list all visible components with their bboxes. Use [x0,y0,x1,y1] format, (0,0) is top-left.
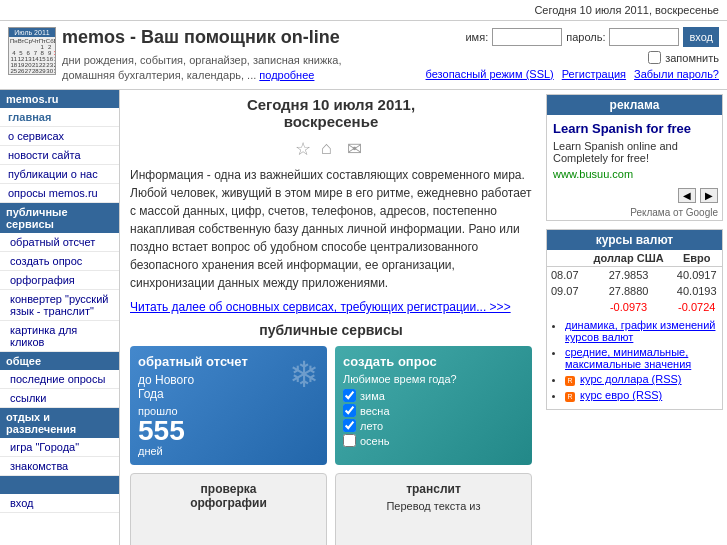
home-icon[interactable]: ⌂ [321,138,341,158]
currency-row-diff: -0.0973 -0.0724 [547,299,722,315]
currency-link-2[interactable]: средние, минимальные, максимальные значе… [565,346,718,370]
center-title: Сегодня 10 июля 2011,воскресенье [130,96,532,130]
countdown-card: обратный отсчет до НовогоГода прошло 555… [130,346,327,465]
site-title: memos - Ваш помощник on-line [62,27,426,49]
currency-table: доллар США Евро 08.07 27.9853 40.0917 09… [547,250,722,315]
poll-option-3[interactable]: лето [343,419,524,432]
poll-question: Любимое время года? [343,373,524,385]
currency-section: курсы валют доллар США Евро 08.07 27.985… [546,229,723,410]
rss-icon-usd: R [565,376,575,386]
sidebar-login-header [0,476,119,494]
poll-option-2[interactable]: весна [343,404,524,417]
calendar-icon: Июль 2011 ПнВтСрЧтПтСбВс 123 45678910 11… [8,27,56,75]
login-area: имя: пароль: вход запомнить безопасный р… [426,27,719,80]
sidebar-item-home[interactable]: главная [0,108,119,127]
remember-label: запомнить [665,52,719,64]
ads-header: реклама [547,95,722,115]
forgot-link[interactable]: Забыли пароль? [634,68,719,80]
remember-row: запомнить [648,51,719,64]
tagline: дни рождения, события, органайзер, запис… [62,53,426,84]
ad-next-button[interactable]: ▶ [700,188,718,203]
sidebar-item-publications[interactable]: публикации о нас [0,165,119,184]
sidebar-item-spelling[interactable]: орфография [0,271,119,290]
sidebar-leisure-header: отдых и развлечения [0,408,119,438]
sidebar-item-dating[interactable]: знакомства [0,457,119,476]
eur-1: 40.0917 [671,267,722,284]
rss-icon-eur: R [565,392,575,402]
poll-checkbox-1[interactable] [343,389,356,402]
sidebar-item-login[interactable]: вход [0,494,119,513]
poll-checkbox-2[interactable] [343,404,356,417]
eur-diff: -0.0724 [671,299,722,315]
sidebar-main-header: memos.ru [0,90,119,108]
ssl-link[interactable]: безопасный режим (SSL) [426,68,554,80]
col-usd: доллар США [586,250,672,267]
ad-url[interactable]: www.busuu.com [553,168,716,180]
spelling-card-title: проверкаорфографии [139,482,318,510]
poll-card: создать опрос Любимое время года? зима в… [335,346,532,465]
ad-title[interactable]: Learn Spanish for free [553,121,716,136]
col-date [547,250,586,267]
col-eur: Евро [671,250,722,267]
header: Июль 2011 ПнВтСрЧтПтСбВс 123 45678910 11… [0,21,727,90]
spelling-card[interactable]: проверкаорфографии [130,473,327,545]
right-sidebar: реклама Learn Spanish for free Learn Spa… [542,90,727,545]
login-button[interactable]: вход [683,27,719,47]
sidebar: memos.ru главная о сервисах новости сайт… [0,90,120,545]
cal-body: ПнВтСрЧтПтСбВс 123 45678910 111213141516… [9,37,55,75]
name-input[interactable] [492,28,562,46]
poll-checkbox-3[interactable] [343,419,356,432]
read-more-link[interactable]: Читать далее об основных сервисах, требу… [130,300,511,314]
poll-card-title[interactable]: создать опрос [343,354,524,369]
mail-icon[interactable]: ✉ [347,138,367,158]
more-link[interactable]: подробнее [259,69,314,81]
ads-section: реклама Learn Spanish for free Learn Spa… [546,94,723,221]
sidebar-item-about[interactable]: о сервисах [0,127,119,146]
links-row: безопасный режим (SSL) Регистрация Забыл… [426,68,719,80]
date-diff [547,299,586,315]
sidebar-item-news[interactable]: новости сайта [0,146,119,165]
currency-links: динамика, график изменений курсов валют … [547,315,722,409]
password-input[interactable] [609,28,679,46]
countdown-number: 555 [138,417,319,445]
ad-prev-button[interactable]: ◀ [678,188,696,203]
ad-nav: ◀ ▶ [547,186,722,205]
sidebar-item-polls[interactable]: опросы memos.ru [0,184,119,203]
currency-row-2: 09.07 27.8880 40.0193 [547,283,722,299]
sidebar-item-clickpic[interactable]: картинка для кликов [0,321,119,352]
usd-1: 27.9853 [586,267,672,284]
cal-month: Июль 2011 [9,28,55,37]
sidebar-item-links[interactable]: ссылки [0,389,119,408]
poll-option-4[interactable]: осень [343,434,524,447]
poll-option-1[interactable]: зима [343,389,524,402]
date-2: 09.07 [547,283,586,299]
currency-link-4[interactable]: R курс евро (RSS) [565,389,718,402]
sidebar-item-translit[interactable]: конвертер "русский язык - транслит" [0,290,119,321]
currency-row-1: 08.07 27.9853 40.0917 [547,267,722,284]
currency-header: курсы валют [547,230,722,250]
countdown-unit: дней [138,445,319,457]
translit-card-title: транслит [344,482,523,496]
date-1: 08.07 [547,267,586,284]
sidebar-item-lastpolls[interactable]: последние опросы [0,370,119,389]
public-services-title: публичные сервисы [130,322,532,338]
translit-card[interactable]: транслит Перевод текста из [335,473,532,545]
usd-diff: -0.0973 [586,299,672,315]
star-icon[interactable]: ☆ [295,138,315,158]
ad-text: Learn Spanish online and Completely for … [553,140,716,164]
currency-link-3[interactable]: R курс доллара (RSS) [565,373,718,386]
poll-checkbox-4[interactable] [343,434,356,447]
register-link[interactable]: Регистрация [562,68,626,80]
poll-label-3: лето [360,420,383,432]
services-grid: обратный отсчет до НовогоГода прошло 555… [130,346,532,545]
sidebar-public-header: публичные сервисы [0,203,119,233]
remember-checkbox[interactable] [648,51,661,64]
sidebar-item-createpoll[interactable]: создать опрос [0,252,119,271]
sidebar-item-countdown[interactable]: обратный отсчет [0,233,119,252]
snowflake-icon: ❄ [289,354,319,396]
poll-label-1: зима [360,390,385,402]
currency-link-1[interactable]: динамика, график изменений курсов валют [565,319,718,343]
login-row: имя: пароль: вход [465,27,719,47]
sidebar-memos-link[interactable]: memos.ru [6,93,59,105]
sidebar-item-cities[interactable]: игра "Города" [0,438,119,457]
